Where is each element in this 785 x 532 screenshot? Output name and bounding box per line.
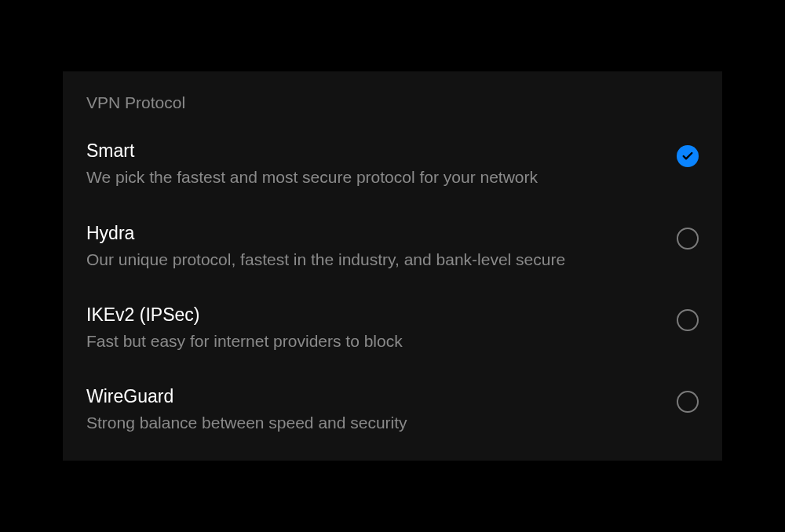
radio-unselected-indicator[interactable] bbox=[677, 228, 699, 250]
option-title: IKEv2 (IPSec) bbox=[86, 304, 661, 326]
option-title: Hydra bbox=[86, 223, 661, 244]
vpn-protocol-panel: VPN Protocol Smart We pick the fastest a… bbox=[63, 71, 722, 460]
radio-unselected-indicator[interactable] bbox=[677, 391, 699, 413]
section-header: VPN Protocol bbox=[86, 93, 699, 112]
option-description: Our unique protocol, fastest in the indu… bbox=[86, 249, 661, 270]
protocol-option-hydra[interactable]: Hydra Our unique protocol, fastest in th… bbox=[86, 223, 699, 270]
option-text: Smart We pick the fastest and most secur… bbox=[86, 140, 677, 188]
option-description: Fast but easy for internet providers to … bbox=[86, 330, 661, 352]
checkmark-icon bbox=[677, 145, 699, 167]
circle-icon bbox=[677, 309, 699, 331]
option-text: Hydra Our unique protocol, fastest in th… bbox=[86, 223, 677, 270]
option-description: We pick the fastest and most secure prot… bbox=[86, 166, 661, 188]
option-title: WireGuard bbox=[86, 386, 661, 407]
circle-icon bbox=[677, 228, 699, 250]
option-text: WireGuard Strong balance between speed a… bbox=[86, 386, 677, 433]
option-title: Smart bbox=[86, 140, 661, 162]
option-text: IKEv2 (IPSec) Fast but easy for internet… bbox=[86, 304, 677, 352]
protocol-option-smart[interactable]: Smart We pick the fastest and most secur… bbox=[86, 140, 699, 188]
radio-selected-indicator[interactable] bbox=[677, 145, 699, 167]
radio-unselected-indicator[interactable] bbox=[677, 309, 699, 331]
option-description: Strong balance between speed and securit… bbox=[86, 412, 661, 433]
protocol-option-wireguard[interactable]: WireGuard Strong balance between speed a… bbox=[86, 386, 699, 433]
protocol-option-ikev2[interactable]: IKEv2 (IPSec) Fast but easy for internet… bbox=[86, 304, 699, 352]
circle-icon bbox=[677, 391, 699, 413]
